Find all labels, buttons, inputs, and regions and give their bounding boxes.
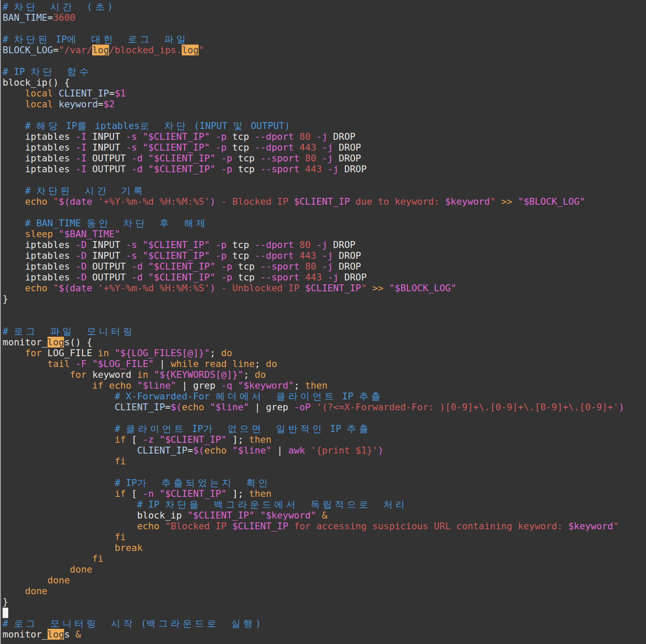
- code-line[interactable]: # 로그 파일 모니터링: [3, 326, 646, 337]
- code-line[interactable]: iptables -I INPUT -s "$CLIENT_IP" -p tcp…: [3, 142, 646, 153]
- code-token: ): [210, 196, 215, 207]
- code-line[interactable]: [3, 174, 646, 185]
- code-line[interactable]: local keyword=$2: [3, 99, 646, 109]
- code-line[interactable]: [3, 412, 646, 423]
- code-line[interactable]: for keyword in "${KEYWORDS[@]}"; do: [3, 369, 646, 380]
- code-line[interactable]: BLOCK_LOG="/var/log/blocked_ips.log": [3, 45, 646, 55]
- code-token: [227, 445, 232, 456]
- code-line[interactable]: # 클라이언트 IP가 없으면 일반적인 IP 추출: [3, 423, 646, 434]
- code-line[interactable]: echo "$(date '+%Y-%m-%d %H:%M:%S') - Blo…: [3, 196, 646, 207]
- code-token: LOG_FILE: [42, 348, 98, 358]
- code-line[interactable]: echo "$(date '+%Y-%m-%d %H:%M:%S') - Unb…: [3, 283, 646, 293]
- code-line[interactable]: iptables -I OUTPUT -d "$CLIENT_IP" -p tc…: [3, 164, 646, 174]
- code-token: 로그 파일 모니터링: [14, 326, 135, 337]
- code-line[interactable]: # IP 차단을 백그라운드에서 독립적으로 처리: [3, 499, 646, 510]
- code-token: [3, 531, 115, 542]
- code-line[interactable]: if [ -n "$CLIENT_IP" ]; then: [3, 488, 646, 499]
- code-line[interactable]: echo "Blocked IP $CLIENT_IP for accessin…: [3, 521, 646, 531]
- code-token: [143, 272, 148, 283]
- code-line[interactable]: iptables -D OUTPUT -d "$CLIENT_IP" -p tc…: [3, 261, 646, 272]
- code-token: [: [126, 488, 143, 499]
- code-line[interactable]: # X-Forwarded-For 헤더에서 클라이언트 IP 추출: [3, 391, 646, 402]
- code-token: "$CLIENT_IP": [143, 131, 210, 142]
- code-line[interactable]: done: [3, 564, 646, 575]
- code-line[interactable]: iptables -D INPUT -s "$CLIENT_IP" -p tcp…: [3, 250, 646, 261]
- code-line[interactable]: fi: [3, 553, 646, 564]
- code-token: while: [170, 358, 199, 369]
- code-editor[interactable]: # 차단 시간 (초)BAN_TIME=3600# 차단된 IP에 대한 로그 …: [0, 0, 646, 644]
- code-area[interactable]: # 차단 시간 (초)BAN_TIME=3600# 차단된 IP에 대한 로그 …: [3, 1, 646, 640]
- code-line[interactable]: fi: [3, 531, 646, 542]
- code-line[interactable]: }: [3, 596, 646, 607]
- code-token: # BAN_TIME: [3, 218, 87, 229]
- code-line[interactable]: [3, 607, 646, 618]
- code-line[interactable]: iptables -I INPUT -s "$CLIENT_IP" -p tcp…: [3, 131, 646, 142]
- code-token: 3600: [53, 12, 76, 23]
- code-line[interactable]: [3, 23, 646, 34]
- code-line[interactable]: BAN_TIME=3600: [3, 12, 646, 23]
- code-token: 차단된 시간 기록: [36, 185, 146, 196]
- code-line[interactable]: iptables -D INPUT -s "$CLIENT_IP" -p tcp…: [3, 239, 646, 250]
- code-token: "$LOG_FILE": [92, 358, 154, 369]
- code-line[interactable]: done: [3, 586, 646, 596]
- code-line[interactable]: # 차단된 IP에 대한 로그 파일: [3, 34, 646, 45]
- code-line[interactable]: tail -F "$LOG_FILE" | while read line; d…: [3, 358, 646, 369]
- code-line[interactable]: [3, 315, 646, 326]
- code-line[interactable]: CLIENT_IP=$(echo "$line" | grep -oP '(?<…: [3, 402, 646, 412]
- code-line[interactable]: # 차단 시간 (초): [3, 1, 646, 12]
- code-line[interactable]: if [ -z "$CLIENT_IP" ]; then: [3, 434, 646, 445]
- code-line[interactable]: sleep "$BAN_TIME": [3, 229, 646, 239]
- code-line[interactable]: for LOG_FILE in "${LOG_FILES[@]}"; do: [3, 348, 646, 358]
- code-token: 동안 차단 후 해제: [87, 218, 208, 229]
- code-token: [215, 272, 221, 283]
- code-token: --dport: [255, 131, 294, 142]
- code-line[interactable]: [3, 109, 646, 120]
- code-line[interactable]: if echo "$line" | grep -q "$keyword"; th…: [3, 380, 646, 391]
- search-match: log: [92, 45, 109, 55]
- code-token: 클라이언트: [126, 423, 186, 434]
- code-line[interactable]: monitor_logs() {: [3, 337, 646, 348]
- code-line[interactable]: block_ip "$CLIENT_IP" "$keyword" &: [3, 510, 646, 521]
- search-match: log: [182, 45, 199, 55]
- code-token: -d: [132, 164, 143, 174]
- code-line[interactable]: monitor_logs &: [3, 629, 646, 640]
- code-token: [322, 164, 328, 174]
- code-token: [227, 358, 232, 369]
- code-token: then: [305, 380, 328, 391]
- code-token: 443: [305, 164, 322, 174]
- code-line[interactable]: break: [3, 542, 646, 553]
- code-token: 80: [299, 239, 311, 250]
- code-token: "$CLIENT_IP": [148, 153, 215, 164]
- code-line[interactable]: CLIENT_IP=$(echo "$line" | awk '{print $…: [3, 445, 646, 456]
- code-line[interactable]: block_ip() {: [3, 77, 646, 88]
- code-token: [137, 142, 143, 153]
- code-line[interactable]: # 해당 IP를 iptables로 차단 (INPUT 및 OUTPUT): [3, 120, 646, 131]
- code-line[interactable]: # IP가 추출되었는지 확인: [3, 477, 646, 488]
- code-token: [3, 488, 115, 499]
- code-line[interactable]: fi: [3, 456, 646, 467]
- code-line[interactable]: [3, 467, 646, 477]
- code-token: --sport: [260, 261, 300, 272]
- code-token: "$BAN_TIME": [58, 229, 120, 239]
- code-token: [143, 164, 148, 174]
- code-line[interactable]: local CLIENT_IP=$1: [3, 88, 646, 99]
- code-line[interactable]: [3, 55, 646, 66]
- code-line[interactable]: done: [3, 575, 646, 586]
- code-line[interactable]: [3, 304, 646, 315]
- code-token: -d: [132, 153, 143, 164]
- code-token: 에 대한 로그 파일: [67, 34, 189, 45]
- code-line[interactable]: # IP 차단 함수: [3, 66, 646, 77]
- code-line[interactable]: iptables -D OUTPUT -d "$CLIENT_IP" -p tc…: [3, 272, 646, 283]
- code-token: 가 없으면 일반적인: [203, 423, 324, 434]
- code-token: -I: [75, 131, 87, 142]
- code-line[interactable]: # 차단된 시간 기록: [3, 185, 646, 196]
- code-token: -s: [126, 250, 137, 261]
- code-token: "$line": [232, 445, 272, 456]
- code-line[interactable]: iptables -I OUTPUT -d "$CLIENT_IP" -p tc…: [3, 153, 646, 164]
- code-line[interactable]: # 로그 모니터링 시작 (백그라운드로 실행): [3, 618, 646, 629]
- code-token: fi: [115, 456, 126, 467]
- code-line[interactable]: }: [3, 293, 646, 304]
- code-token: [294, 250, 299, 261]
- code-line[interactable]: # BAN_TIME 동안 차단 후 해제: [3, 218, 646, 229]
- code-line[interactable]: [3, 207, 646, 218]
